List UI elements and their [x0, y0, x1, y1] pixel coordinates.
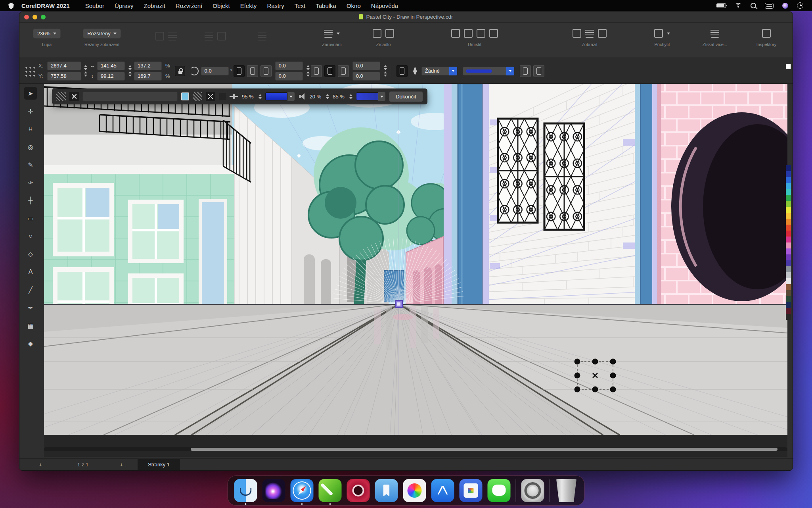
color-swatch[interactable]: [786, 308, 791, 314]
corner-y-field[interactable]: 0.0: [352, 72, 380, 81]
x-position-field[interactable]: 2697.4: [47, 62, 81, 70]
fill-color-dropdown[interactable]: [356, 92, 385, 101]
flip-page-button-active[interactable]: [234, 65, 245, 77]
toolbox-tool[interactable]: ⌗: [24, 123, 37, 135]
place-backward-icon[interactable]: [489, 29, 498, 38]
siri-icon[interactable]: [782, 3, 788, 9]
vanishing-point-marker[interactable]: [395, 300, 402, 308]
color-swatch[interactable]: [786, 272, 791, 278]
color-swatch[interactable]: [786, 260, 791, 266]
offset-y-field[interactable]: 0.0: [275, 72, 303, 81]
dock-app[interactable]: [234, 479, 257, 502]
dock-app[interactable]: [460, 479, 483, 502]
offset-stepper[interactable]: [306, 65, 310, 77]
menu-item[interactable]: Úpravy: [109, 0, 139, 11]
line-color-dropdown[interactable]: [265, 92, 295, 101]
close-button[interactable]: [24, 15, 29, 19]
text-wrap-button[interactable]: [520, 65, 531, 77]
chevron-down-icon[interactable]: [449, 67, 457, 75]
wifi-icon[interactable]: [735, 3, 742, 8]
color-swatch[interactable]: [786, 183, 791, 189]
show-guides-icon[interactable]: [598, 29, 607, 38]
size-stepper[interactable]: [128, 65, 132, 77]
menu-item[interactable]: Efekty: [235, 0, 262, 11]
delete-perspective-icon[interactable]: [69, 92, 79, 101]
toolbox-tool[interactable]: ╱: [24, 283, 37, 296]
mirror-horizontal-icon[interactable]: [373, 29, 381, 38]
opacity-stepper[interactable]: [259, 94, 262, 99]
outline-width-select[interactable]: [463, 67, 514, 75]
offset-x-field[interactable]: 0.0: [275, 62, 303, 70]
menu-item[interactable]: Tabulka: [310, 0, 341, 11]
toolbox-tool[interactable]: A: [24, 266, 37, 278]
menu-item[interactable]: Okno: [341, 0, 366, 11]
page-tab[interactable]: Stránky 1: [138, 459, 180, 471]
canvas-artwork[interactable]: [44, 84, 787, 435]
drawing-canvas[interactable]: [44, 84, 787, 435]
toolbox-tool[interactable]: ○: [24, 230, 37, 242]
toolbox-tool[interactable]: ✎: [24, 158, 37, 171]
toolbox-tool[interactable]: ◇: [24, 248, 37, 260]
color-swatch[interactable]: [786, 314, 791, 320]
no-color-swatch[interactable]: [786, 64, 791, 69]
sound-icon[interactable]: [298, 92, 306, 100]
menu-item[interactable]: Rozvržení: [170, 0, 208, 11]
dock-app[interactable]: [347, 479, 370, 502]
dock-app-icon[interactable]: [460, 479, 483, 502]
chevron-down-icon[interactable]: [667, 33, 670, 35]
color-swatch[interactable]: [786, 231, 791, 237]
corner-scallop-button[interactable]: [324, 65, 335, 77]
object-position-grid-icon[interactable]: [23, 65, 35, 77]
color-swatch[interactable]: [786, 165, 791, 171]
dock-app[interactable]: [319, 479, 342, 502]
apple-menu-icon[interactable]: [8, 2, 14, 9]
dock-app-icon[interactable]: [431, 479, 454, 502]
finish-button[interactable]: Dokončit: [389, 91, 423, 102]
menu-item[interactable]: Text: [289, 0, 311, 11]
color-swatch[interactable]: [786, 225, 791, 231]
grid-toggle-icon[interactable]: [193, 92, 202, 101]
toolbox-tool[interactable]: ➤: [24, 87, 37, 100]
color-swatch[interactable]: [786, 189, 791, 195]
dock-app[interactable]: [262, 479, 285, 502]
opacity-value[interactable]: 95 %: [242, 94, 254, 100]
view-mode-dropdown[interactable]: Rozšířený: [83, 29, 121, 38]
perspective-name-field[interactable]: [82, 92, 178, 101]
depth-value[interactable]: 20 %: [310, 94, 322, 100]
horizon-color-swatch[interactable]: [181, 92, 189, 100]
horizontal-scrollbar[interactable]: [44, 447, 787, 451]
y-position-field[interactable]: 757.58: [47, 72, 81, 81]
toolbox-tool[interactable]: ◎: [24, 140, 37, 153]
chevron-down-icon[interactable]: [337, 33, 340, 35]
clock-icon[interactable]: [797, 2, 803, 9]
control-center-icon[interactable]: [765, 3, 774, 9]
color-swatch[interactable]: [786, 195, 791, 201]
dock-app-icon[interactable]: [291, 479, 314, 502]
dock-app[interactable]: [291, 479, 314, 502]
object-width-field[interactable]: 141.45: [97, 62, 125, 70]
rotation-field[interactable]: 0.0: [201, 67, 229, 75]
dock-app-icon[interactable]: [403, 479, 426, 502]
scrollbar-handle[interactable]: [191, 448, 778, 451]
dock-app-icon[interactable]: [375, 479, 398, 502]
bevel-stepper[interactable]: [349, 94, 352, 99]
place-forward-icon[interactable]: [477, 29, 485, 38]
get-more-icon[interactable]: [710, 29, 719, 38]
wrap-text-button[interactable]: [396, 65, 408, 77]
inspectors-icon[interactable]: [762, 29, 771, 38]
color-swatch[interactable]: [786, 248, 791, 254]
color-swatch[interactable]: [786, 266, 791, 272]
color-swatch[interactable]: [786, 177, 791, 183]
dock-trash[interactable]: [555, 479, 578, 502]
toolbox-tool[interactable]: ◆: [24, 337, 37, 350]
menu-item[interactable]: Objekt: [207, 0, 235, 11]
dock-app-icon[interactable]: [319, 479, 342, 502]
flip-vertical-button[interactable]: [260, 65, 272, 77]
outline-style-select[interactable]: Žádné: [421, 67, 457, 75]
menu-item[interactable]: Rastry: [262, 0, 289, 11]
toolbox-tool[interactable]: ┼: [24, 194, 37, 207]
color-swatch[interactable]: [786, 171, 791, 177]
snap-icon[interactable]: [654, 29, 663, 38]
color-swatch[interactable]: [786, 242, 791, 248]
mirror-vertical-icon[interactable]: [385, 29, 394, 38]
